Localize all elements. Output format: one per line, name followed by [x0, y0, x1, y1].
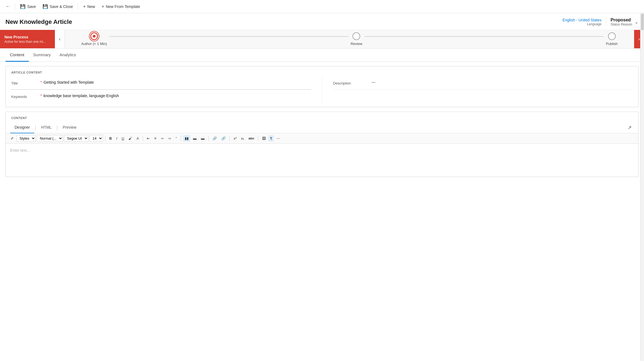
description-label: Description: [333, 80, 361, 85]
scrollbar-track[interactable]: [640, 13, 644, 354]
tab-analytics[interactable]: Analytics: [55, 49, 80, 62]
step-circle-author: [90, 32, 98, 40]
toolbar-eraser-button[interactable]: ✐: [9, 135, 15, 142]
article-fields: Title * Getting Started with Template Ke…: [6, 76, 638, 107]
save-label: Save: [27, 4, 36, 9]
toolbar-link-button[interactable]: 🔗: [211, 135, 219, 142]
save-button[interactable]: 💾 Save: [17, 2, 39, 10]
language-section: English - United States Language: [562, 18, 606, 26]
toolbar-para-center-button[interactable]: ▬: [191, 135, 198, 142]
step-connector-1: [109, 36, 349, 37]
save-close-icon: 💾: [43, 4, 48, 9]
editor-tab-designer-label: Designer: [15, 125, 30, 129]
process-step-publish[interactable]: Publish: [606, 32, 618, 46]
save-close-label: Save & Close: [50, 4, 73, 9]
toolbar-unlink-button[interactable]: 🔗: [220, 135, 227, 142]
toolbar-outdent-button[interactable]: ⇦: [159, 135, 166, 142]
status-chevron-icon[interactable]: ⌄: [634, 19, 639, 25]
toolbar-sep-3: [181, 136, 181, 141]
toolbar-italic-button[interactable]: I: [114, 135, 119, 142]
process-name: New Process: [4, 35, 51, 39]
save-icon: 💾: [20, 4, 26, 9]
process-subtitle: Active for less than one mi...: [4, 40, 51, 44]
toolbar-format-select[interactable]: Normal (...: [37, 135, 63, 142]
toolbar-quote-button[interactable]: ”: [174, 135, 178, 142]
toolbar-size-select[interactable]: 14: [89, 135, 103, 142]
toolbar-sep-6: [258, 136, 258, 141]
editor-tab-preview[interactable]: Preview: [58, 122, 81, 133]
fields-left: Title * Getting Started with Template Ke…: [11, 76, 322, 103]
status-value: Proposed: [611, 18, 632, 22]
title-required: *: [40, 80, 42, 84]
status-label: Status Reason: [611, 22, 632, 26]
toolbar-underline-button[interactable]: U: [120, 135, 126, 142]
toolbar-para-left-button[interactable]: ▮▮: [183, 135, 190, 142]
editor-tab-html[interactable]: HTML: [37, 122, 56, 133]
scrollbar-thumb[interactable]: [641, 14, 644, 30]
tab-content[interactable]: Content: [5, 49, 29, 62]
editor-tab-designer[interactable]: Designer: [10, 122, 34, 133]
tab-summary[interactable]: Summary: [29, 49, 55, 62]
editor-tabs: Designer | HTML | Preview ↗: [6, 122, 638, 133]
editor-tab-sep-1: |: [34, 125, 37, 130]
new-button[interactable]: + New: [80, 3, 98, 10]
toolbar-sep-5: [229, 136, 230, 141]
toolbar-font-select[interactable]: Segoe UI: [64, 135, 88, 142]
expand-icon[interactable]: ↗: [625, 122, 634, 133]
description-value[interactable]: ---: [372, 80, 376, 84]
new-template-button[interactable]: + New From Template: [99, 3, 143, 10]
toolbar-unordered-list-button[interactable]: ≡: [153, 135, 158, 142]
title-field: Title * Getting Started with Template: [11, 76, 311, 89]
new-template-label: New From Template: [106, 4, 140, 9]
toolbar-paragraph-button[interactable]: ¶: [268, 135, 274, 142]
page-header: New Knowledge Article English - United S…: [0, 13, 644, 30]
header-right: English - United States Language Propose…: [562, 18, 639, 26]
tab-content-label: Content: [10, 52, 24, 57]
toolbar-sep-2: [143, 136, 143, 141]
toolbar-bold-button[interactable]: B: [108, 135, 113, 142]
step-label-author: Author (< 1 Min): [81, 42, 107, 46]
main-toolbar: ← 💾 Save 💾 Save & Close + New + New From…: [0, 0, 644, 13]
article-content-card: ARTICLE CONTENT Title * Getting Started …: [5, 66, 639, 107]
toolbar-image-button[interactable]: 🖼: [261, 135, 267, 142]
fields-right: Description ---: [322, 76, 633, 103]
main-content: ARTICLE CONTENT Title * Getting Started …: [0, 62, 644, 354]
new-label: New: [87, 4, 95, 9]
process-step-review[interactable]: Review: [351, 32, 362, 46]
editor-tab-preview-label: Preview: [63, 125, 77, 129]
step-circle-publish: [608, 32, 616, 40]
toolbar-styles-select[interactable]: Styles: [16, 135, 36, 142]
toolbar-more-button[interactable]: ⋯: [275, 135, 282, 142]
editor-toolbar: ✐ Styles Normal (... Segoe UI 14 B I U 🖌…: [6, 133, 638, 144]
step-circle-review: [352, 32, 360, 40]
keywords-value[interactable]: knowledge base template, language-Englis…: [43, 94, 119, 98]
process-steps: Author (< 1 Min) Review Publish: [65, 30, 634, 48]
language-link[interactable]: English - United States: [562, 18, 601, 22]
keywords-field: Keywords * knowledge base template, lang…: [11, 90, 311, 103]
status-section: Proposed Status Reason ⌄: [606, 18, 639, 26]
toolbar-subscript-button[interactable]: x₂: [239, 135, 246, 142]
save-close-button[interactable]: 💾 Save & Close: [40, 2, 76, 10]
content-editor-card: CONTENT Designer | HTML | Preview ↗ ✐ St…: [5, 112, 639, 177]
toolbar-indent-button[interactable]: ⇨: [167, 135, 173, 142]
process-step-author[interactable]: Author (< 1 Min): [81, 32, 107, 46]
title-value[interactable]: Getting Started with Template: [43, 80, 94, 84]
process-label[interactable]: New Process Active for less than one mi.…: [0, 30, 55, 48]
content-section-title: CONTENT: [6, 112, 638, 122]
toolbar-highlight-button[interactable]: 🖌: [127, 135, 134, 142]
toolbar-align-left-button[interactable]: ⇤: [145, 135, 152, 142]
tab-analytics-label: Analytics: [60, 52, 76, 57]
editor-body[interactable]: Enter text...: [6, 144, 638, 177]
toolbar-sep-4: [208, 136, 209, 141]
page-title: New Knowledge Article: [5, 18, 72, 26]
process-bar: New Process Active for less than one mi.…: [0, 30, 644, 49]
process-prev-button[interactable]: ‹: [55, 30, 65, 48]
toolbar-fontcolor-button[interactable]: A: [135, 135, 141, 142]
step-label-review: Review: [351, 42, 362, 46]
article-content-title: ARTICLE CONTENT: [6, 66, 638, 76]
toolbar-strikethrough-button[interactable]: abc: [247, 135, 256, 142]
toolbar-para-right-button[interactable]: ▬: [199, 135, 206, 142]
toolbar-superscript-button[interactable]: x²: [232, 135, 238, 142]
back-button[interactable]: ←: [3, 2, 13, 10]
editor-tab-sep-2: |: [56, 125, 58, 130]
